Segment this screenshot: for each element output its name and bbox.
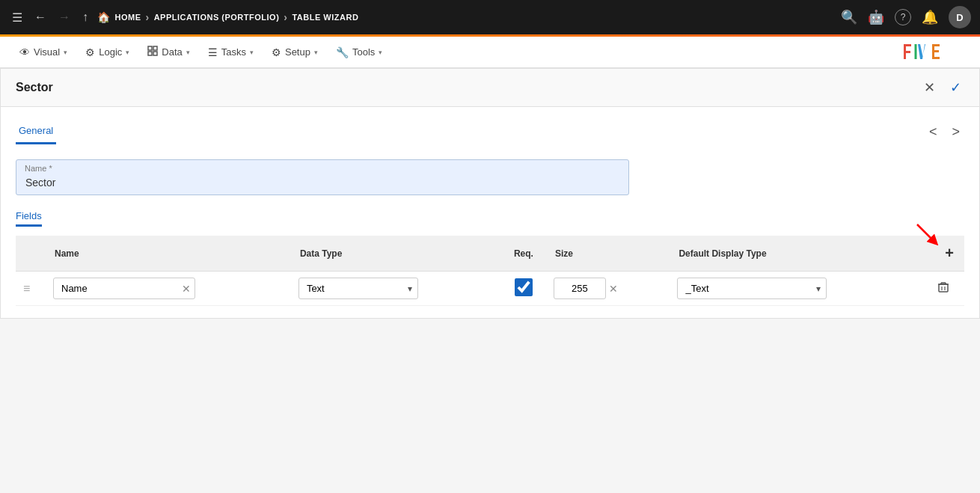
row-delete-button[interactable]	[934, 280, 952, 298]
name-field-wrapper: Name *	[16, 159, 964, 195]
top-navigation-bar: ☰ ← → ↑ 🏠 HOME › APPLICATIONS (PORTFOLIO…	[0, 0, 980, 34]
panel-title: Sector	[16, 81, 53, 94]
row-data-type-select[interactable]: Text Number Date Boolean	[298, 278, 418, 299]
menu-tasks[interactable]: ☰ Tasks ▾	[200, 42, 261, 63]
menu-tools[interactable]: 🔧 Tools ▾	[328, 42, 390, 63]
row-size-input-wrap: ✕	[554, 278, 618, 299]
drag-handle-icon[interactable]: ≡	[23, 282, 30, 295]
th-name: Name	[46, 236, 291, 272]
th-drag	[16, 236, 46, 272]
avatar[interactable]: D	[949, 6, 971, 28]
row-size-clear-button[interactable]: ✕	[609, 283, 618, 295]
tab-general-label: General	[19, 125, 53, 136]
robot-icon[interactable]: 🤖	[868, 9, 884, 25]
table-row: ≡ ✕ Text	[16, 272, 964, 306]
tab-next-button[interactable]: >	[947, 123, 964, 141]
data-type-cell: Text Number Date Boolean ▾	[291, 272, 501, 306]
menu-data[interactable]: Data ▾	[140, 41, 197, 63]
add-row-button[interactable]: +	[940, 243, 958, 263]
th-size: Size	[546, 236, 670, 272]
close-button[interactable]: ✕	[921, 78, 938, 97]
menu-tasks-label: Tasks	[221, 46, 246, 58]
svg-rect-3	[153, 52, 157, 55]
drag-handle-cell: ≡	[16, 272, 46, 306]
th-default-display-type: Default Display Type	[670, 236, 927, 272]
up-button[interactable]: ↑	[79, 7, 91, 27]
menu-bar-items: 👁 Visual ▾ ⚙ Logic ▾ Data ▾ ☰ Tasks ▾ ⚙ …	[12, 41, 390, 63]
breadcrumb-applications[interactable]: APPLICATIONS (PORTFOLIO)	[154, 13, 280, 22]
row-name-clear-button[interactable]: ✕	[182, 283, 191, 295]
back-button[interactable]: ←	[31, 7, 49, 27]
svg-marker-7	[918, 44, 925, 59]
fields-section-label: Fields	[16, 210, 42, 227]
svg-rect-11	[939, 284, 948, 292]
form-section: Name *	[16, 159, 964, 195]
top-bar-right: 🔍 🤖 ? 🔔 D	[841, 6, 971, 28]
svg-marker-5	[904, 53, 906, 59]
hamburger-icon[interactable]: ☰	[9, 7, 25, 28]
tasks-dropdown-icon: ▾	[250, 49, 254, 56]
row-display-type-select[interactable]: _Text _Number _Date _Checkbox	[677, 278, 827, 299]
confirm-button[interactable]: ✓	[947, 78, 964, 97]
name-field-label: Name *	[25, 164, 52, 173]
setup-icon: ⚙	[272, 46, 281, 58]
menu-visual[interactable]: 👁 Visual ▾	[12, 42, 75, 63]
help-icon[interactable]: ?	[895, 9, 911, 25]
menu-setup-label: Setup	[285, 46, 310, 58]
name-cell: ✕	[46, 272, 291, 306]
menu-setup[interactable]: ⚙ Setup ▾	[264, 42, 325, 63]
menu-logic-label: Logic	[99, 46, 122, 58]
svg-rect-0	[148, 46, 152, 50]
breadcrumb-table-wizard[interactable]: TABLE WIZARD	[292, 13, 358, 22]
menu-bar: 👁 Visual ▾ ⚙ Logic ▾ Data ▾ ☰ Tasks ▾ ⚙ …	[0, 37, 980, 68]
breadcrumb-home[interactable]: HOME	[115, 13, 141, 22]
top-bar-left: ☰ ← → ↑ 🏠 HOME › APPLICATIONS (PORTFOLIO…	[9, 7, 358, 28]
display-type-cell: _Text _Number _Date _Checkbox ▾	[670, 272, 927, 306]
setup-dropdown-icon: ▾	[314, 49, 318, 56]
menu-data-label: Data	[162, 46, 182, 58]
fields-table: Name Data Type Req. Size Default Display…	[16, 236, 964, 306]
panel-header-actions: ✕ ✓	[921, 78, 964, 97]
th-add: +	[927, 236, 964, 272]
row-req-checkbox[interactable]	[515, 278, 533, 296]
table-header-row: Name Data Type Req. Size Default Display…	[16, 236, 964, 272]
data-dropdown-icon: ▾	[186, 49, 190, 56]
breadcrumb-sep-1: ›	[146, 11, 150, 23]
tab-general[interactable]: General	[16, 119, 56, 144]
tab-nav-buttons: < >	[925, 123, 964, 141]
req-cell	[501, 272, 546, 306]
delete-cell	[927, 272, 964, 306]
visual-icon: 👁	[19, 46, 30, 58]
menu-logic[interactable]: ⚙ Logic ▾	[78, 42, 137, 63]
forward-button[interactable]: →	[55, 7, 73, 27]
tab-row: General < >	[16, 119, 964, 144]
row-size-input[interactable]	[554, 278, 606, 299]
home-icon[interactable]: 🏠	[97, 11, 111, 23]
bell-icon[interactable]: 🔔	[922, 9, 938, 25]
tasks-icon: ☰	[208, 46, 218, 58]
svg-rect-1	[153, 46, 157, 50]
size-cell: ✕	[546, 272, 670, 306]
menu-tools-label: Tools	[352, 46, 375, 58]
tab-prev-button[interactable]: <	[925, 123, 942, 141]
menu-visual-label: Visual	[34, 46, 60, 58]
add-button-wrapper: +	[936, 243, 958, 263]
svg-rect-2	[148, 52, 152, 55]
th-data-type: Data Type	[291, 236, 501, 272]
visual-dropdown-icon: ▾	[64, 49, 67, 56]
panel-body: General < > Name * Fields	[1, 107, 979, 318]
panel-header: Sector ✕ ✓	[1, 69, 979, 107]
sector-panel: Sector ✕ ✓ General < >	[0, 68, 980, 319]
row-name-input[interactable]	[53, 278, 195, 299]
five-logo	[901, 43, 968, 62]
logic-icon: ⚙	[85, 46, 95, 58]
search-icon[interactable]: 🔍	[841, 9, 857, 25]
name-input[interactable]	[16, 159, 629, 195]
row-data-type-select-wrap: Text Number Date Boolean ▾	[298, 278, 418, 299]
logic-dropdown-icon: ▾	[126, 49, 129, 56]
breadcrumb: 🏠 HOME › APPLICATIONS (PORTFOLIO) › TABL…	[97, 11, 358, 23]
data-icon	[147, 46, 158, 58]
row-display-type-select-wrap: _Text _Number _Date _Checkbox ▾	[677, 278, 827, 299]
breadcrumb-sep-2: ›	[284, 11, 287, 23]
svg-marker-8	[932, 44, 940, 59]
